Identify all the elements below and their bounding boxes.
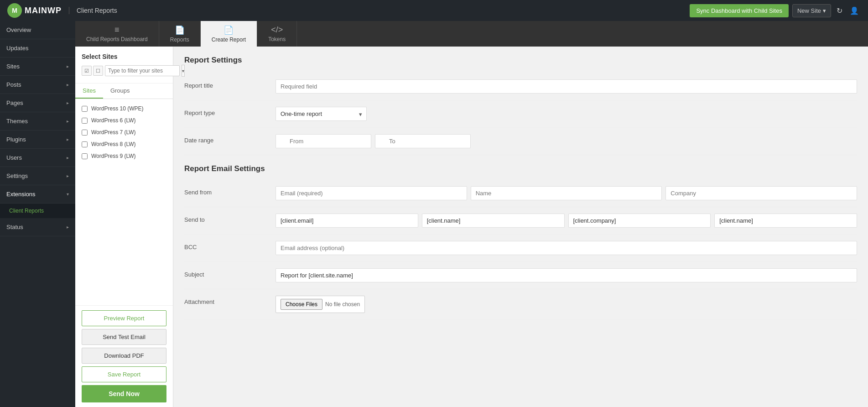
attachment-row: Attachment Choose Files No file chosen (184, 289, 857, 320)
sidebar-item-posts[interactable]: Posts ▸ (0, 76, 75, 94)
chevron-right-icon: ▸ (67, 100, 69, 105)
send-to-company-input[interactable] (568, 214, 711, 228)
site-checkbox[interactable] (82, 141, 88, 147)
document-icon: 📄 (175, 25, 185, 35)
chevron-right-icon: ▸ (67, 224, 69, 230)
list-item[interactable]: WordPress 9 (LW) (75, 150, 173, 162)
tab-reports[interactable]: 📄 Reports (159, 21, 201, 47)
date-range-label: Date range (184, 134, 275, 144)
logo-text: MAINWP (25, 6, 62, 16)
sidebar-item-status[interactable]: Status ▸ (0, 218, 75, 236)
sidebar-item-client-reports[interactable]: Client Reports (0, 204, 75, 218)
sidebar-item-updates[interactable]: Updates (0, 39, 75, 57)
chevron-right-icon: ▸ (67, 64, 69, 69)
sidebar-item-overview[interactable]: Overview (0, 21, 75, 39)
sites-tabs: Sites Groups (75, 83, 173, 99)
site-checkbox[interactable] (82, 130, 88, 136)
report-type-select[interactable]: One-time report Scheduled report (275, 107, 367, 121)
sidebar-item-label: Users (6, 154, 22, 161)
no-file-text: No file chosen (325, 301, 360, 308)
site-checkbox[interactable] (82, 118, 88, 124)
main-content: Select Sites ☑ ☐ ▾ Sites Groups (75, 47, 868, 407)
tab-sites[interactable]: Sites (75, 83, 103, 99)
sidebar-item-sites[interactable]: Sites ▸ (0, 57, 75, 76)
tab-groups[interactable]: Groups (103, 83, 137, 99)
sidebar-item-label: Plugins (6, 136, 26, 143)
send-from-name-input[interactable] (471, 186, 662, 200)
sidebar-item-label: Sites (6, 63, 20, 70)
send-to-control (275, 214, 857, 228)
user-icon[interactable]: 👤 (848, 5, 861, 17)
tab-child-reports-dashboard[interactable]: ≡ Child Reports Dashboard (75, 21, 159, 47)
sites-panel-title: Select Sites (82, 53, 166, 60)
site-label: WordPress 10 (WPE) (91, 105, 143, 112)
report-title-row: Report title (184, 73, 857, 100)
site-checkbox[interactable] (82, 106, 88, 112)
chevron-down-icon: ▾ (823, 7, 826, 14)
send-from-company-input[interactable] (665, 186, 857, 200)
list-item[interactable]: WordPress 7 (LW) (75, 126, 173, 138)
sidebar-item-label: Overview (6, 26, 31, 33)
send-from-control (275, 186, 857, 200)
list-item[interactable]: WordPress 8 (LW) (75, 138, 173, 150)
site-checkbox[interactable] (82, 153, 88, 159)
send-from-email-input[interactable] (275, 186, 467, 200)
report-type-select-wrapper: One-time report Scheduled report (275, 107, 367, 121)
report-type-control: One-time report Scheduled report (275, 107, 857, 121)
select-all-icon[interactable]: ☑ (82, 66, 92, 76)
date-from-wrapper (275, 134, 371, 148)
download-pdf-button[interactable]: Download PDF (82, 348, 166, 364)
save-report-button[interactable]: Save Report (82, 366, 166, 382)
sidebar-item-label: Pages (6, 99, 23, 106)
bcc-input[interactable] (275, 241, 857, 255)
chevron-down-icon: ▾ (67, 192, 69, 197)
new-site-button[interactable]: New Site ▾ (792, 4, 831, 17)
choose-files-button[interactable]: Choose Files (281, 299, 322, 310)
report-title-input[interactable] (275, 79, 857, 94)
subject-input[interactable] (275, 268, 857, 282)
page-title: Client Reports (69, 7, 117, 14)
site-label: WordPress 8 (LW) (91, 141, 136, 147)
date-to-input[interactable] (375, 134, 471, 148)
sync-button[interactable]: Sync Dashboard with Child Sites (690, 4, 789, 17)
filter-icons: ☑ ☐ (82, 66, 103, 76)
bcc-row: BCC (184, 235, 857, 262)
sites-panel: Select Sites ☑ ☐ ▾ Sites Groups (75, 47, 173, 407)
sidebar-item-users[interactable]: Users ▸ (0, 149, 75, 167)
send-from-label: Send from (184, 186, 275, 196)
bcc-control (275, 241, 857, 255)
chevron-right-icon: ▸ (67, 137, 69, 142)
preview-report-button[interactable]: Preview Report (82, 310, 166, 326)
send-to-name-input[interactable] (422, 214, 565, 228)
refresh-icon[interactable]: ↻ (835, 5, 844, 17)
send-to-extra-input[interactable] (714, 214, 857, 228)
send-now-button[interactable]: Send Now (82, 385, 166, 402)
chevron-right-icon: ▸ (67, 119, 69, 124)
report-title-label: Report title (184, 79, 275, 89)
send-to-row: Send to (184, 207, 857, 235)
sidebar-item-label: Status (6, 224, 23, 230)
site-label: WordPress 6 (LW) (91, 117, 136, 124)
site-label: WordPress 9 (LW) (91, 153, 136, 159)
sidebar-item-extensions[interactable]: Extensions ▾ (0, 185, 75, 204)
list-item[interactable]: WordPress 6 (LW) (75, 115, 173, 126)
tab-create-report[interactable]: 📄 Create Report (201, 21, 257, 47)
chevron-right-icon: ▸ (67, 155, 69, 160)
list-item[interactable]: WordPress 10 (WPE) (75, 103, 173, 115)
sidebar-item-plugins[interactable]: Plugins ▸ (0, 130, 75, 149)
sites-panel-header: Select Sites ☑ ☐ ▾ (75, 47, 173, 83)
report-title-control (275, 79, 857, 94)
tab-tokens[interactable]: </> Tokens (257, 21, 297, 47)
report-type-row: Report type One-time report Scheduled re… (184, 100, 857, 128)
date-from-input[interactable] (275, 134, 371, 148)
site-filter-input[interactable] (105, 65, 180, 76)
send-to-email-input[interactable] (275, 214, 418, 228)
sidebar-item-pages[interactable]: Pages ▸ (0, 94, 75, 112)
list-icon: ≡ (114, 25, 120, 35)
content-area: ≡ Child Reports Dashboard 📄 Reports 📄 Cr… (75, 21, 868, 407)
deselect-all-icon[interactable]: ☐ (93, 66, 103, 76)
send-test-email-button[interactable]: Send Test Email (82, 329, 166, 345)
sidebar-item-settings[interactable]: Settings ▸ (0, 167, 75, 185)
report-type-label: Report type (184, 107, 275, 116)
sidebar-item-themes[interactable]: Themes ▸ (0, 112, 75, 130)
